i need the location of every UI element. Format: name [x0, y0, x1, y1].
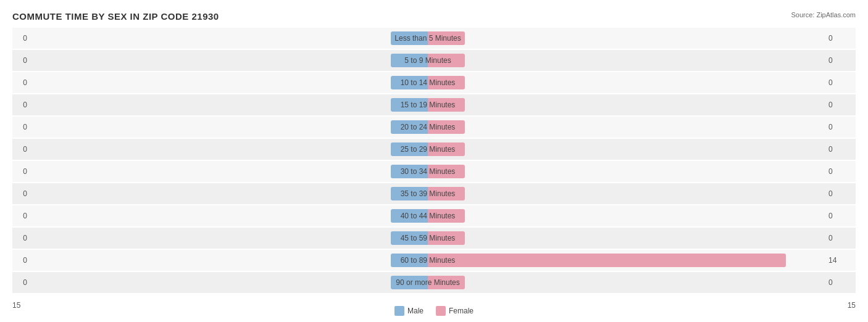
female-value: 0 [825, 56, 856, 65]
female-bar [428, 76, 465, 89]
female-value: 14 [825, 256, 856, 265]
male-bar [391, 76, 428, 89]
female-value: 0 [825, 145, 856, 154]
male-value: 0 [12, 212, 31, 220]
legend: Male Female [394, 306, 474, 316]
legend-female: Female [436, 306, 474, 316]
chart-row: 015 to 19 Minutes0 [12, 94, 856, 115]
female-value: 0 [825, 123, 856, 131]
female-value: 0 [825, 212, 856, 220]
bar-center: 20 to 24 Minutes [31, 117, 825, 138]
bar-center: 45 to 59 Minutes [31, 228, 825, 249]
female-value: 0 [825, 234, 856, 242]
female-bar [428, 120, 465, 134]
male-bar [391, 209, 428, 223]
bar-center: 40 to 44 Minutes [31, 205, 825, 226]
chart-row: 040 to 44 Minutes0 [12, 205, 856, 226]
footer-right-value: 15 [848, 301, 856, 310]
chart-row: 030 to 34 Minutes0 [12, 161, 856, 182]
male-bar [391, 254, 428, 267]
male-value: 0 [12, 101, 31, 109]
male-value: 0 [12, 56, 31, 65]
male-value: 0 [12, 34, 31, 43]
male-bar [391, 120, 428, 134]
bar-center: 5 to 9 Minutes [31, 50, 825, 71]
male-bar [391, 231, 428, 245]
legend-female-box [436, 306, 446, 316]
male-value: 0 [12, 234, 31, 242]
female-bar [428, 142, 465, 156]
bar-center: 25 to 29 Minutes [31, 139, 825, 160]
chart-row: 045 to 59 Minutes0 [12, 228, 856, 249]
male-bar [391, 54, 428, 67]
female-value: 0 [825, 34, 856, 43]
chart-footer: 15 Male Female 15 [0, 306, 868, 316]
chart-row: 035 to 39 Minutes0 [12, 183, 856, 204]
chart-row: 090 or more Minutes0 [12, 272, 856, 293]
bar-center: 60 to 89 Minutes [31, 250, 825, 271]
female-value: 0 [825, 278, 856, 287]
chart-row: 05 to 9 Minutes0 [12, 50, 856, 71]
female-value: 0 [825, 189, 856, 198]
bar-center: 35 to 39 Minutes [31, 183, 825, 204]
chart-row: 020 to 24 Minutes0 [12, 117, 856, 138]
bars-area: 0Less than 5 Minutes005 to 9 Minutes0010… [12, 28, 856, 293]
chart-row: 025 to 29 Minutes0 [12, 139, 856, 160]
bar-center: Less than 5 Minutes [31, 28, 825, 49]
female-bar [428, 231, 465, 245]
chart-container: COMMUTE TIME BY SEX IN ZIP CODE 21930 So… [0, 0, 868, 322]
male-bar [391, 187, 428, 200]
female-bar [428, 209, 465, 223]
male-value: 0 [12, 189, 31, 198]
source-text: Source: ZipAtlas.com [791, 11, 856, 19]
female-value: 0 [825, 78, 856, 87]
female-bar [428, 31, 465, 45]
female-value: 0 [825, 101, 856, 109]
female-bar [428, 54, 465, 67]
footer-left-value: 15 [12, 301, 20, 310]
male-bar [391, 31, 428, 45]
female-value: 0 [825, 167, 856, 176]
female-bar [428, 98, 465, 112]
chart-row: 060 to 89 Minutes14 [12, 250, 856, 271]
bar-center: 30 to 34 Minutes [31, 161, 825, 182]
male-value: 0 [12, 123, 31, 131]
legend-male-box [394, 306, 404, 316]
male-value: 0 [12, 278, 31, 287]
bar-center: 10 to 14 Minutes [31, 72, 825, 93]
bar-center: 90 or more Minutes [31, 272, 825, 293]
male-bar [391, 142, 428, 156]
chart-title: COMMUTE TIME BY SEX IN ZIP CODE 21930 [12, 11, 856, 22]
male-value: 0 [12, 167, 31, 176]
male-value: 0 [12, 78, 31, 87]
female-bar [428, 187, 465, 200]
male-value: 0 [12, 256, 31, 265]
male-bar [391, 276, 428, 289]
male-value: 0 [12, 145, 31, 154]
female-bar [428, 165, 465, 178]
chart-row: 0Less than 5 Minutes0 [12, 28, 856, 49]
female-bar [428, 276, 465, 289]
legend-male-label: Male [407, 307, 424, 315]
male-bar [391, 98, 428, 112]
male-bar [391, 165, 428, 178]
legend-male: Male [394, 306, 424, 316]
chart-row: 010 to 14 Minutes0 [12, 72, 856, 93]
bar-center: 15 to 19 Minutes [31, 94, 825, 115]
female-bar [428, 254, 786, 267]
legend-female-label: Female [449, 307, 474, 315]
